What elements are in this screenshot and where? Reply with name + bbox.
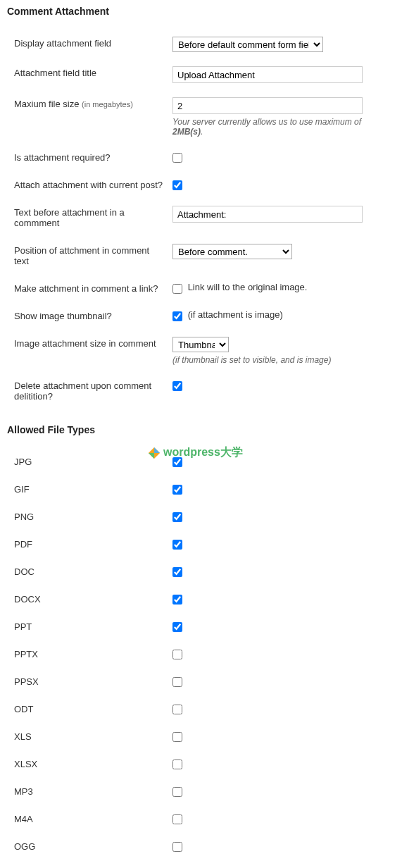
filetype-checkbox[interactable]	[172, 787, 182, 797]
filetype-checkbox[interactable]	[172, 705, 182, 714]
hint-max-size: Your server currently allows us to use m…	[172, 117, 388, 137]
filetype-label: OGG	[7, 833, 172, 860]
label-title-field: Attachment field title	[7, 59, 172, 90]
filetype-label: PPTX	[7, 640, 172, 668]
label-make-link: Make attchment in comment a link?	[7, 275, 172, 302]
checkbox-required[interactable]	[172, 153, 182, 163]
filetype-label: WAV	[7, 860, 172, 868]
label-attach-post: Attach attachment with current post?	[7, 171, 172, 199]
filetype-checkbox[interactable]	[172, 814, 182, 824]
filetype-checkbox[interactable]	[172, 622, 182, 632]
filetype-checkbox[interactable]	[172, 760, 182, 769]
filetype-checkbox[interactable]	[172, 512, 182, 522]
filetype-checkbox[interactable]	[172, 457, 182, 467]
inline-show-thumb: (if attachment is image)	[188, 309, 283, 320]
filetype-checkbox[interactable]	[172, 540, 182, 550]
filetype-label: JPG	[7, 448, 172, 476]
input-max-size[interactable]	[172, 97, 363, 114]
filetype-checkbox[interactable]	[172, 485, 182, 495]
filetype-label: DOC	[7, 558, 172, 585]
hint-img-size: (if thumbnail is set to visible, and is …	[172, 355, 388, 365]
select-position[interactable]: Before comment.	[172, 244, 292, 259]
label-delete-on: Delete attachment upon comment delititio…	[7, 372, 172, 410]
checkbox-delete-on[interactable]	[172, 381, 182, 391]
filetype-checkbox[interactable]	[172, 567, 182, 577]
label-text-before: Text before attachment in a commment	[7, 199, 172, 237]
filetype-label: PPT	[7, 613, 172, 640]
filetype-label: XLSX	[7, 750, 172, 778]
label-position: Position of attchment in comment text	[7, 237, 172, 275]
label-img-size: Image attachment size in comment	[7, 330, 172, 372]
filetype-label: ODT	[7, 695, 172, 723]
file-types-table: JPGGIFPNGPDFDOCDOCXPPTPPTXPPSXODTXLSXLSX…	[7, 448, 395, 868]
checkbox-attach-post[interactable]	[172, 180, 182, 190]
select-display-field[interactable]: Before default comment form fields.	[172, 37, 323, 52]
label-required: Is attachment required?	[7, 144, 172, 171]
section-heading-comment-attachment: Comment Attachment	[7, 6, 395, 17]
filetype-label: GIF	[7, 476, 172, 503]
filetype-label: DOCX	[7, 585, 172, 613]
checkbox-make-link[interactable]	[172, 284, 182, 294]
filetype-checkbox[interactable]	[172, 732, 182, 742]
filetype-checkbox[interactable]	[172, 650, 182, 659]
filetype-label: MP3	[7, 778, 172, 805]
select-img-size[interactable]: Thumbnail	[172, 337, 229, 352]
section-heading-allowed-file-types: Allowed File Types	[7, 424, 395, 435]
filetype-label: PPSX	[7, 668, 172, 695]
filetype-checkbox[interactable]	[172, 842, 182, 852]
filetype-checkbox[interactable]	[172, 595, 182, 604]
filetype-label: PDF	[7, 531, 172, 558]
checkbox-show-thumb[interactable]	[172, 311, 182, 321]
label-max-size: Maxium file size (in megabytes)	[7, 90, 172, 144]
filetype-label: M4A	[7, 805, 172, 833]
filetype-label: XLS	[7, 723, 172, 750]
input-text-before[interactable]	[172, 206, 363, 223]
settings-table: Display attachment field Before default …	[7, 30, 395, 410]
filetype-checkbox[interactable]	[172, 677, 182, 687]
input-title-field[interactable]	[172, 66, 363, 83]
inline-make-link: Link will to the original image.	[188, 282, 308, 292]
label-show-thumb: Show image thumbnail?	[7, 302, 172, 330]
label-display-field: Display attachment field	[7, 30, 172, 59]
filetype-label: PNG	[7, 503, 172, 531]
